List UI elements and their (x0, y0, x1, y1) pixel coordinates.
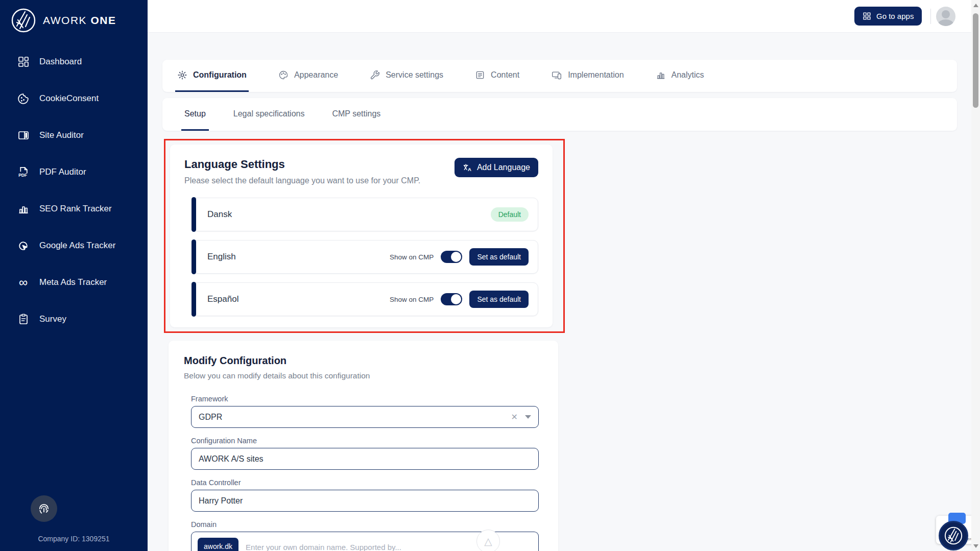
page-scrollbar[interactable] (971, 0, 980, 551)
domain-chip[interactable]: awork.dk (198, 538, 238, 551)
tab-implementation[interactable]: Implementation (549, 60, 626, 92)
meta-infinity-icon: ∞ (16, 276, 30, 290)
chevron-down-icon[interactable] (525, 415, 531, 419)
framework-value: GDPR (199, 413, 222, 422)
set-as-default-button[interactable]: Set as default (469, 291, 529, 308)
subtab-setup[interactable]: Setup (181, 98, 209, 131)
company-id: Company ID: 1309251 (0, 535, 148, 543)
go-to-apps-label: Go to apps (876, 12, 914, 20)
sidebar: AWORK ONE Dashboard CookieConsent Site A… (0, 0, 148, 551)
awork-logo-icon (10, 7, 37, 34)
awork-widget-bubble[interactable] (939, 521, 968, 550)
sidebar-item-label: SEO Rank Tracker (39, 204, 112, 214)
data-controller-input[interactable] (191, 490, 539, 512)
awork-logo-icon (943, 525, 964, 546)
sidebar-item-label: Google Ads Tracker (39, 241, 115, 251)
document-lines-icon (475, 70, 485, 80)
modify-configuration-title: Modify Configuration (184, 355, 543, 367)
modify-configuration-card: Modify Configuration Below you can modif… (169, 341, 558, 551)
sidebar-item-label: Meta Ads Tracker (39, 277, 107, 288)
dashboard-icon (16, 55, 30, 69)
wrench-icon (370, 70, 380, 80)
tab-service-settings[interactable]: Service settings (368, 60, 445, 92)
tab-appearance[interactable]: Appearance (276, 60, 340, 92)
sidebar-item-site-auditor[interactable]: Site Auditor (0, 124, 148, 147)
logo-text: AWORK ONE (43, 14, 116, 27)
domain-watermark-icon: △ (476, 530, 500, 551)
user-avatar[interactable] (936, 7, 955, 26)
domain-placeholder: Enter your own domain name. Supported by… (246, 543, 401, 551)
clear-selection-icon[interactable]: ✕ (511, 412, 518, 422)
modify-configuration-subtitle: Below you can modify details about this … (184, 371, 543, 380)
toggle-knob (451, 294, 461, 304)
sidebar-item-survey[interactable]: Survey (0, 308, 148, 330)
avatar-head (942, 10, 950, 18)
go-to-apps-button[interactable]: Go to apps (854, 7, 922, 26)
subtab-label: CMP settings (332, 109, 380, 118)
configuration-name-label: Configuration Name (191, 437, 539, 445)
click-cursor-icon (16, 239, 30, 253)
svg-text:PDF: PDF (18, 172, 27, 177)
awork-logo: AWORK ONE (10, 7, 116, 34)
domain-label: Domain (191, 520, 539, 529)
language-row-dansk[interactable]: Dansk Default (193, 198, 538, 231)
add-language-button[interactable]: A Add Language (455, 158, 538, 177)
sidebar-nav: Dashboard CookieConsent Site Auditor PDF… (0, 51, 148, 345)
tab-configuration[interactable]: Configuration (175, 60, 249, 92)
set-as-default-button[interactable]: Set as default (469, 248, 529, 266)
tab-label: Appearance (294, 70, 338, 80)
scrollbar-down-arrow[interactable] (973, 544, 978, 548)
fingerprint-button[interactable] (31, 495, 57, 522)
language-settings-title: Language Settings (184, 158, 420, 171)
clipboard-icon (16, 313, 30, 326)
language-name: Dansk (207, 209, 232, 220)
framework-select[interactable]: GDPR ✕ (191, 406, 539, 428)
gear-icon (177, 70, 187, 80)
tab-label: Analytics (672, 70, 704, 80)
show-on-cmp-label: Show on CMP (390, 296, 434, 303)
tab-label: Service settings (386, 70, 443, 80)
scrollbar-thumb[interactable] (973, 13, 978, 108)
sidebar-item-label: Dashboard (39, 57, 82, 67)
sidebar-item-seo-rank-tracker[interactable]: SEO Rank Tracker (0, 198, 148, 220)
sidebar-item-label: Survey (39, 314, 66, 324)
cookie-icon (16, 92, 30, 106)
language-row-espanol[interactable]: Español Show on CMP Set as default (193, 282, 538, 316)
toggle-knob (451, 252, 461, 262)
tab-content[interactable]: Content (473, 60, 521, 92)
domain-input[interactable]: awork.dk Enter your own domain name. Sup… (191, 532, 539, 551)
sidebar-item-meta-ads-tracker[interactable]: ∞ Meta Ads Tracker (0, 271, 148, 294)
scrollbar-up-arrow[interactable] (973, 4, 978, 7)
language-settings-card: Language Settings Please select the defa… (170, 145, 553, 327)
bar-chart-icon (16, 202, 30, 216)
svg-text:A: A (468, 166, 471, 172)
devices-icon (551, 70, 562, 80)
sidebar-item-google-ads-tracker[interactable]: Google Ads Tracker (0, 234, 148, 257)
tab-label: Content (491, 70, 519, 80)
data-controller-label: Data Controller (191, 478, 539, 487)
tab-analytics[interactable]: Analytics (654, 60, 706, 92)
show-on-cmp-toggle[interactable] (441, 251, 462, 263)
language-list: Dansk Default English Show on CMP Set as… (193, 198, 538, 316)
configuration-name-input[interactable] (191, 448, 539, 470)
analytics-chart-icon (656, 70, 666, 80)
show-on-cmp-toggle[interactable] (441, 293, 462, 305)
pdf-file-icon: PDF (16, 165, 30, 179)
topbar-divider (930, 9, 931, 24)
subtab-cmp-settings[interactable]: CMP settings (329, 98, 384, 131)
language-name: English (207, 252, 236, 262)
main-tabbar: Configuration Appearance Service setting… (162, 60, 957, 92)
sidebar-item-pdf-auditor[interactable]: PDF PDF Auditor (0, 161, 148, 183)
sidebar-item-dashboard[interactable]: Dashboard (0, 51, 148, 73)
language-row-english[interactable]: English Show on CMP Set as default (193, 240, 538, 274)
sidebar-item-cookieconsent[interactable]: CookieConsent (0, 87, 148, 110)
subtab-label: Setup (184, 109, 206, 118)
browser-window-icon (16, 129, 30, 142)
subtab-legal-specifications[interactable]: Legal specifications (230, 98, 308, 131)
add-language-label: Add Language (477, 163, 530, 172)
palette-icon (278, 70, 289, 80)
fingerprint-icon (37, 501, 51, 516)
show-on-cmp-label: Show on CMP (390, 253, 434, 261)
language-name: Español (207, 294, 238, 304)
tab-label: Configuration (193, 70, 247, 80)
